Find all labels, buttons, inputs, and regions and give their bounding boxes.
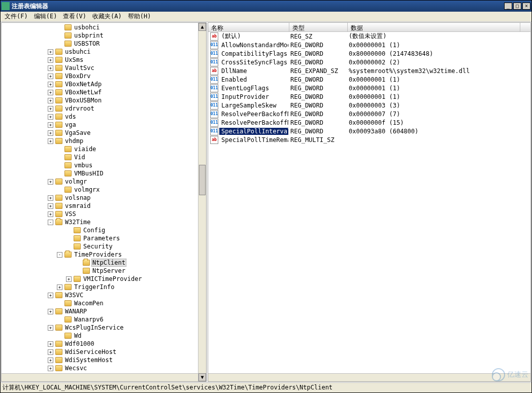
expand-icon[interactable]: + bbox=[48, 90, 53, 95]
tree-node-label[interactable]: Wd bbox=[73, 332, 82, 339]
expand-icon[interactable]: + bbox=[48, 130, 53, 136]
tree-node-label[interactable]: USBSTOR bbox=[73, 40, 101, 47]
tree-node-label[interactable]: NtpClient bbox=[91, 259, 126, 267]
tree-node-label[interactable]: vmbus bbox=[73, 162, 93, 169]
expand-icon[interactable]: + bbox=[48, 325, 53, 331]
collapse-icon[interactable]: - bbox=[57, 252, 62, 258]
tree-h-scrollbar[interactable] bbox=[2, 373, 198, 381]
tree-node-label[interactable]: VMBusHID bbox=[73, 170, 105, 177]
scroll-up-button[interactable]: ▲ bbox=[198, 23, 206, 31]
expand-icon[interactable]: + bbox=[48, 57, 53, 63]
tree-node-label[interactable]: UxSms bbox=[64, 56, 84, 63]
tree-node[interactable]: +WANARP bbox=[2, 307, 206, 315]
tree-node-label[interactable]: W32Time bbox=[64, 219, 92, 226]
value-row[interactable]: 011ResolvePeerBackoffM...REG_DWORD0x0000… bbox=[208, 110, 530, 118]
tree-node-label[interactable]: NtpServer bbox=[91, 267, 126, 274]
tree-node-label[interactable]: VSS bbox=[64, 210, 77, 218]
tree-node-label[interactable]: VBoxUSBMon bbox=[64, 97, 103, 104]
tree-node[interactable]: +VBoxUSBMon bbox=[2, 96, 206, 104]
tree-node-label[interactable]: WdiSystemHost bbox=[64, 356, 114, 364]
value-row[interactable]: 011CrossSiteSyncFlagsREG_DWORD0x00000002… bbox=[208, 58, 530, 66]
expand-icon[interactable]: + bbox=[48, 349, 53, 355]
tree-node[interactable]: +UxSms bbox=[2, 56, 206, 64]
tree-node[interactable]: +VBoxNetAdp bbox=[2, 80, 206, 88]
tree-node[interactable]: Wd bbox=[2, 332, 206, 340]
tree-node[interactable]: viaide bbox=[2, 145, 206, 153]
tree-node-label[interactable]: TimeProviders bbox=[73, 251, 123, 258]
expand-icon[interactable]: + bbox=[48, 74, 53, 79]
tree-node[interactable]: WacomPen bbox=[2, 299, 206, 307]
tree-node[interactable]: +vds bbox=[2, 113, 206, 121]
tree-node-label[interactable]: VBoxDrv bbox=[64, 73, 92, 80]
value-row[interactable]: 011EventLogFlagsREG_DWORD0x00000001 (1) bbox=[208, 84, 530, 92]
tree-node[interactable]: NtpServer bbox=[2, 267, 206, 275]
tree-node-label[interactable]: WdiServiceHost bbox=[64, 348, 117, 355]
tree-node[interactable]: +Wdf01000 bbox=[2, 340, 206, 348]
maximize-button[interactable]: □ bbox=[513, 3, 521, 10]
tree-node-label[interactable]: VMICTimeProvider bbox=[82, 275, 143, 282]
menu-view[interactable]: 查看(V) bbox=[60, 11, 89, 22]
tree-node-label[interactable]: usbohci bbox=[73, 24, 101, 31]
expand-icon[interactable]: + bbox=[48, 341, 53, 347]
tree-node[interactable]: +Wecsvc bbox=[2, 364, 206, 372]
expand-icon[interactable]: + bbox=[48, 49, 53, 55]
tree-node-label[interactable]: VgaSave bbox=[64, 129, 92, 136]
values-list[interactable]: ab(默认)REG_SZ(数值未设置)011AllowNonstandardMo… bbox=[208, 32, 530, 144]
tree-node-label[interactable]: viaide bbox=[73, 146, 97, 153]
tree-node[interactable]: +vdrvroot bbox=[2, 104, 206, 113]
value-row[interactable]: 011SpecialPollIntervalREG_DWORD0x00093a8… bbox=[208, 127, 530, 135]
value-row[interactable]: 011CompatibilityFlagsREG_DWORD0x80000000… bbox=[208, 49, 530, 58]
tree-node-label[interactable]: Wanarpv6 bbox=[73, 316, 105, 323]
expand-icon[interactable]: + bbox=[48, 195, 53, 201]
tree-node-label[interactable]: vga bbox=[64, 121, 77, 128]
tree-node-label[interactable]: usbuhci bbox=[64, 48, 92, 55]
tree-node[interactable]: VMBusHID bbox=[2, 169, 206, 177]
tree-node-label[interactable]: vsmraid bbox=[64, 202, 92, 209]
tree-node-label[interactable]: Wdf01000 bbox=[64, 340, 95, 347]
tree-node-label[interactable]: WANARP bbox=[64, 308, 88, 315]
expand-icon[interactable]: + bbox=[48, 138, 53, 144]
value-row[interactable]: abSpecialPollTimeRema...REG_MULTI_SZ bbox=[208, 135, 530, 144]
value-row[interactable]: ab(默认)REG_SZ(数值未设置) bbox=[208, 32, 530, 41]
col-type[interactable]: 类型 bbox=[289, 23, 348, 31]
tree-node-label[interactable]: Security bbox=[82, 243, 114, 250]
menu-favorites[interactable]: 收藏夹(A) bbox=[89, 11, 125, 22]
tree-node[interactable]: +volsnap bbox=[2, 194, 206, 202]
tree-node-label[interactable]: Parameters bbox=[82, 235, 121, 242]
tree-node[interactable]: Wanarpv6 bbox=[2, 315, 206, 324]
tree-node-label[interactable]: volsnap bbox=[64, 194, 92, 201]
tree-node[interactable]: +volmgr bbox=[2, 177, 206, 186]
tree-node[interactable]: Security bbox=[2, 242, 206, 251]
expand-icon[interactable]: + bbox=[48, 114, 53, 120]
tree-node-label[interactable]: WacomPen bbox=[73, 300, 105, 307]
tree-node[interactable]: +vhdmp bbox=[2, 137, 206, 145]
tree-node[interactable]: +VBoxNetLwf bbox=[2, 88, 206, 96]
tree-node[interactable]: volmgrx bbox=[2, 186, 206, 194]
col-name[interactable]: 名称 bbox=[208, 23, 289, 31]
tree-node[interactable]: +VMICTimeProvider bbox=[2, 275, 206, 283]
tree-node[interactable]: +WdiServiceHost bbox=[2, 348, 206, 356]
tree-node[interactable]: +vga bbox=[2, 121, 206, 129]
tree-node-label[interactable]: usbprint bbox=[73, 32, 105, 39]
expand-icon[interactable]: + bbox=[48, 65, 53, 71]
expand-icon[interactable]: + bbox=[48, 179, 53, 185]
expand-icon[interactable]: + bbox=[48, 82, 53, 87]
tree-node-label[interactable]: TriggerInfo bbox=[73, 283, 115, 291]
expand-icon[interactable]: + bbox=[48, 293, 53, 298]
tree-node[interactable]: +VSS bbox=[2, 210, 206, 218]
value-row[interactable]: 011InputProviderREG_DWORD0x00000001 (1) bbox=[208, 92, 530, 101]
menu-edit[interactable]: 编辑(E) bbox=[31, 11, 60, 22]
tree-node-label[interactable]: volmgrx bbox=[73, 186, 101, 193]
collapse-icon[interactable]: - bbox=[48, 220, 53, 225]
tree-node[interactable]: +WcsPlugInService bbox=[2, 324, 206, 332]
values-h-scrollbar[interactable] bbox=[208, 373, 530, 381]
expand-icon[interactable]: + bbox=[48, 106, 53, 112]
tree-node-label[interactable]: vhdmp bbox=[64, 137, 84, 145]
tree-node[interactable]: +VgaSave bbox=[2, 129, 206, 137]
tree-node-label[interactable]: WcsPlugInService bbox=[64, 324, 125, 331]
tree-node-label[interactable]: VBoxNetLwf bbox=[64, 89, 103, 96]
expand-icon[interactable]: + bbox=[48, 358, 53, 363]
col-data[interactable]: 数据 bbox=[348, 23, 520, 31]
expand-icon[interactable]: + bbox=[48, 309, 53, 314]
expand-icon[interactable]: + bbox=[48, 122, 53, 128]
